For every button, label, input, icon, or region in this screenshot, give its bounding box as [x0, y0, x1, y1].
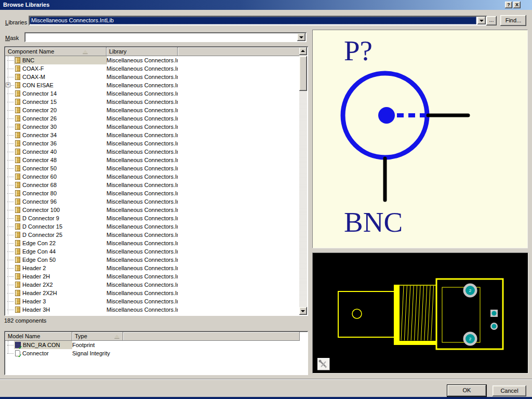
libraries-dropdown[interactable]: Miscellaneous Connectors.IntLib: [29, 16, 487, 25]
footprint-tools-button[interactable]: [317, 358, 330, 370]
component-name-cell[interactable]: Connector 30: [14, 123, 107, 131]
component-name-cell[interactable]: BNC: [14, 56, 107, 64]
component-row[interactable]: +CON EISAEMiscellaneous Connectors.Ir: [5, 81, 300, 89]
component-row[interactable]: Edge Con 22Miscellaneous Connectors.Ir: [5, 239, 300, 247]
component-row[interactable]: Connector 14Miscellaneous Connectors.Ir: [5, 89, 300, 98]
component-name-cell[interactable]: COAX-F: [14, 64, 107, 73]
component-row[interactable]: Connector 15Miscellaneous Connectors.Ir: [5, 98, 300, 106]
column-header-component-name[interactable]: Component Name: [5, 47, 107, 56]
component-name-cell[interactable]: Header 3H: [14, 305, 107, 314]
component-row[interactable]: Connector 30Miscellaneous Connectors.Ir: [5, 123, 300, 131]
component-row[interactable]: Edge Con 44Miscellaneous Connectors.Ir: [5, 247, 300, 256]
component-row[interactable]: Connector 26Miscellaneous Connectors.Ir: [5, 114, 300, 123]
component-row[interactable]: Header 2X2HMiscellaneous Connectors.Ir: [5, 289, 300, 297]
scrollbar-thumb[interactable]: [299, 56, 307, 91]
component-name-cell[interactable]: Connector 26: [14, 114, 107, 123]
component-name-cell[interactable]: Connector 60: [14, 172, 107, 181]
component-name-cell[interactable]: Connector 15: [14, 98, 107, 106]
component-row[interactable]: Connector 48Miscellaneous Connectors.Ir: [5, 156, 300, 164]
close-button[interactable]: X: [513, 2, 521, 8]
component-name-label: Header 2: [22, 265, 46, 271]
component-name-cell[interactable]: Connector 34: [14, 131, 107, 139]
component-icon: [15, 273, 20, 280]
column-header-library[interactable]: Library: [107, 47, 178, 56]
component-row[interactable]: Connector 34Miscellaneous Connectors.Ir: [5, 131, 300, 139]
ok-button[interactable]: OK: [447, 385, 486, 396]
component-name-cell[interactable]: Connector 96: [14, 197, 107, 206]
component-row[interactable]: D Connector 25Miscellaneous Connectors.I…: [5, 231, 300, 239]
component-name-label: Connector 96: [22, 198, 57, 205]
scroll-down-button[interactable]: [299, 307, 307, 315]
find-button[interactable]: Find...: [500, 15, 526, 26]
component-row[interactable]: Header 2HMiscellaneous Connectors.Ir: [5, 272, 300, 281]
component-list-scrollbar[interactable]: [299, 47, 307, 315]
component-name-cell[interactable]: Connector 100: [14, 206, 107, 214]
component-library-cell: Miscellaneous Connectors.Ir: [107, 239, 178, 247]
component-row[interactable]: Header 2X2Miscellaneous Connectors.Ir: [5, 281, 300, 289]
mask-input[interactable]: [24, 32, 307, 42]
component-row[interactable]: Header 3HMiscellaneous Connectors.Ir: [5, 305, 300, 314]
component-icon: [15, 307, 20, 313]
component-row[interactable]: Connector 60Miscellaneous Connectors.Ir: [5, 172, 300, 181]
component-row[interactable]: Header 3Miscellaneous Connectors.Ir: [5, 297, 300, 305]
component-row[interactable]: Header 2Miscellaneous Connectors.Ir: [5, 264, 300, 272]
component-row[interactable]: Connector 40Miscellaneous Connectors.Ir: [5, 148, 300, 156]
component-name-cell[interactable]: Connector 68: [14, 181, 107, 189]
scroll-up-button[interactable]: [299, 47, 307, 55]
component-name-cell[interactable]: Header 2H: [14, 272, 107, 281]
column-header-model-name[interactable]: Model Name: [5, 332, 72, 341]
component-row[interactable]: Connector 36Miscellaneous Connectors.Ir: [5, 139, 300, 148]
component-name-cell[interactable]: Header 2X2H: [14, 289, 107, 297]
component-list-header: Component Name Library: [5, 47, 300, 56]
libraries-browse-button[interactable]: ...: [486, 16, 497, 25]
component-name-cell[interactable]: Connector 14: [14, 89, 107, 98]
component-row[interactable]: Connector 20Miscellaneous Connectors.Ir: [5, 106, 300, 114]
component-row[interactable]: BNCMiscellaneous Connectors.Ir: [5, 56, 300, 64]
model-name-label: Connector: [22, 350, 49, 356]
component-name-cell[interactable]: Connector 50: [14, 164, 107, 172]
component-name-cell[interactable]: Connector 40: [14, 148, 107, 156]
help-button[interactable]: ?: [505, 2, 512, 8]
component-name-cell[interactable]: Header 3: [14, 297, 107, 305]
component-row[interactable]: Connector 68Miscellaneous Connectors.Ir: [5, 181, 300, 189]
background-window-edge: [0, 397, 532, 399]
component-name-cell[interactable]: Header 2X2: [14, 281, 107, 289]
component-name-cell[interactable]: Connector 36: [14, 139, 107, 148]
model-name-cell[interactable]: Connector: [14, 349, 72, 357]
tree-line: [7, 235, 14, 235]
libraries-dropdown-arrow[interactable]: [477, 17, 486, 24]
model-row[interactable]: ConnectorSignal Integrity: [5, 349, 300, 357]
component-row[interactable]: Edge Con 50Miscellaneous Connectors.Ir: [5, 256, 300, 264]
component-name-cell[interactable]: D Connector 15: [14, 222, 107, 231]
component-name-cell[interactable]: D Connector 9: [14, 214, 107, 222]
component-row[interactable]: D Connector 15Miscellaneous Connectors.I…: [5, 222, 300, 231]
component-row[interactable]: Connector 100Miscellaneous Connectors.Ir: [5, 206, 300, 214]
model-row[interactable]: BNC_RA CONFootprint: [5, 341, 300, 349]
component-icon: [15, 107, 20, 113]
component-row[interactable]: COAX-MMiscellaneous Connectors.Ir: [5, 73, 300, 81]
expand-icon[interactable]: +: [6, 83, 10, 87]
component-row[interactable]: Header 3X2Miscellaneous Connectors.Ir: [5, 314, 300, 314]
model-name-cell[interactable]: BNC_RA CON: [14, 341, 72, 349]
component-row[interactable]: Connector 96Miscellaneous Connectors.Ir: [5, 197, 300, 206]
component-name-label: Connector 100: [22, 207, 60, 213]
component-name-cell[interactable]: CON EISAE: [14, 81, 107, 89]
component-name-cell[interactable]: Connector 80: [14, 189, 107, 197]
cancel-button[interactable]: Cancel: [493, 385, 526, 396]
component-name-cell[interactable]: Edge Con 50: [14, 256, 107, 264]
component-name-cell[interactable]: Connector 48: [14, 156, 107, 164]
component-name-cell[interactable]: Header 3X2: [14, 314, 107, 314]
component-name-cell[interactable]: Connector 20: [14, 106, 107, 114]
component-name-cell[interactable]: Edge Con 44: [14, 247, 107, 256]
component-row[interactable]: Connector 80Miscellaneous Connectors.Ir: [5, 189, 300, 197]
column-header-type[interactable]: Type: [72, 332, 123, 341]
component-row[interactable]: D Connector 9Miscellaneous Connectors.Ir: [5, 214, 300, 222]
component-name-cell[interactable]: Header 2: [14, 264, 107, 272]
component-icon: [15, 124, 20, 130]
component-name-cell[interactable]: COAX-M: [14, 73, 107, 81]
component-row[interactable]: Connector 50Miscellaneous Connectors.Ir: [5, 164, 300, 172]
mask-dropdown-arrow[interactable]: [297, 33, 305, 41]
component-row[interactable]: COAX-FMiscellaneous Connectors.Ir: [5, 64, 300, 73]
component-name-cell[interactable]: Edge Con 22: [14, 239, 107, 247]
component-name-cell[interactable]: D Connector 25: [14, 231, 107, 239]
